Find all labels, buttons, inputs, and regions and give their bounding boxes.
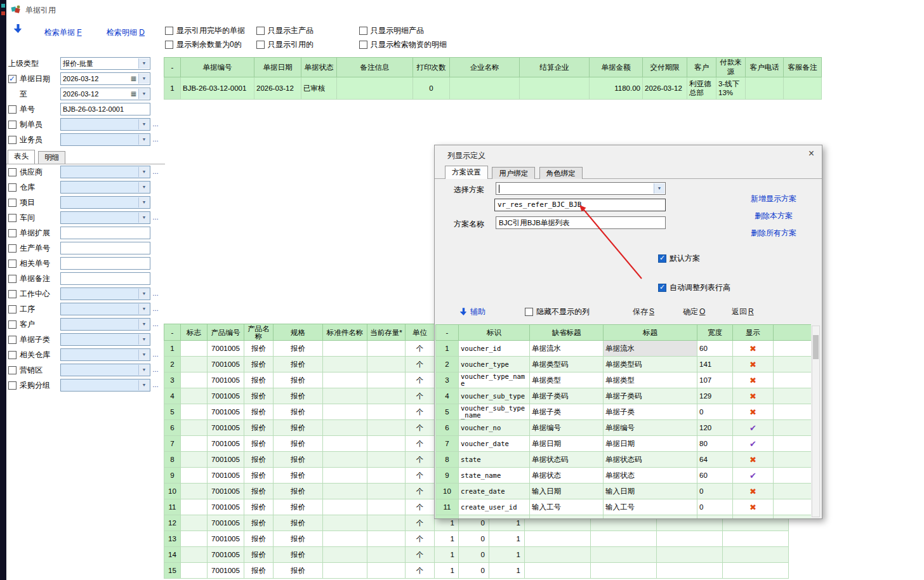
cell-width[interactable] [697, 515, 733, 519]
cell-show-toggle[interactable]: ✖ [733, 388, 774, 404]
save-button[interactable]: 保存S [633, 306, 654, 317]
cell-title[interactable]: 单据流水 [604, 341, 697, 357]
column-header[interactable]: 交付期限 [643, 58, 687, 77]
filter-checkbox[interactable] [8, 168, 16, 176]
checkbox-box[interactable] [256, 41, 265, 49]
chevron-down-icon[interactable]: ▼ [138, 289, 149, 299]
column-header[interactable]: 客服备注 [784, 58, 822, 77]
column-header[interactable]: - [164, 58, 181, 77]
cell-title[interactable]: 单据编号 [604, 420, 697, 436]
checkbox-box[interactable] [658, 254, 666, 263]
chevron-down-icon[interactable]: ▼ [138, 182, 149, 192]
chevron-down-icon[interactable]: ▼ [138, 74, 149, 84]
cell-width[interactable]: 80 [697, 436, 733, 452]
chevron-down-icon[interactable]: ▼ [138, 213, 149, 223]
filter-input[interactable]: ▦ ▼ [60, 287, 150, 300]
lookup-ellipsis-button[interactable]: … [152, 320, 159, 327]
filter-input[interactable]: ▦ ▼ [60, 272, 150, 285]
lookup-ellipsis-button[interactable]: … [152, 381, 159, 388]
column-header[interactable]: 备注信息 [337, 58, 413, 77]
product-row[interactable]: 15 7001005 报价 报价 个 1 0 1 [164, 563, 789, 579]
tab-role-binding[interactable]: 角色绑定 [539, 167, 583, 179]
filter-input[interactable]: ▦ ▼ [60, 257, 150, 270]
filter-input[interactable]: ▦ ▼ [60, 227, 150, 239]
document-row[interactable]: 1 BJB-26-03-12-0001 2026-03-12 已审核 0 118… [164, 77, 822, 100]
checkbox-only-main-products[interactable]: 只显示主产品 [256, 25, 314, 36]
column-config-row[interactable]: 2 voucher_type 单据类型码 单据类型码 141 ✖ [436, 357, 812, 372]
lookup-ellipsis-button[interactable]: … [152, 290, 159, 297]
filter-checkbox[interactable] [8, 381, 16, 390]
column-config-row[interactable]: 8 state 单据状态码 单据状态码 64 ✖ [436, 452, 812, 468]
cell-show-toggle[interactable]: ✖ [733, 452, 774, 468]
lookup-ellipsis-button[interactable]: … [152, 168, 159, 175]
scheme-combo[interactable]: ▼ [496, 182, 666, 195]
checkbox-box[interactable] [256, 27, 265, 35]
cell-title[interactable]: 单据子类码 [604, 388, 697, 404]
column-header[interactable]: 付款来源 [716, 58, 746, 77]
filter-input[interactable]: ▦ ▼ [60, 242, 150, 254]
column-header[interactable]: 单据金额 [590, 58, 643, 77]
column-header[interactable]: 单位 [406, 324, 435, 341]
column-config-row[interactable]: 5 voucher_sub_type_name 单据子类 单据子类 0 ✖ [436, 404, 812, 420]
checkbox-box[interactable] [525, 308, 533, 316]
lookup-ellipsis-button[interactable]: … [152, 351, 159, 358]
delete-all-schemes-link[interactable]: 删除所有方案 [751, 228, 796, 239]
cell-show-toggle[interactable]: ✖ [733, 484, 774, 499]
chevron-down-icon[interactable]: ▼ [138, 135, 149, 145]
filter-input[interactable]: ▦ ▼ [60, 318, 150, 331]
cell-show-toggle[interactable]: ✖ [733, 372, 774, 388]
column-header[interactable]: 客户电话 [746, 58, 784, 77]
cell-width[interactable]: 0 [697, 499, 733, 515]
cell-width[interactable]: 107 [697, 372, 733, 388]
scheme-dropdown-item[interactable]: vr_res_refer_BJC_BJB [498, 201, 581, 209]
product-row[interactable]: 13 7001005 报价 报价 个 1 0 1 [164, 531, 789, 547]
add-scheme-link[interactable]: 新增显示方案 [751, 194, 796, 204]
checkbox-show-fully-referenced[interactable]: 显示引用完毕的单据 [165, 25, 245, 36]
filter-checkbox[interactable] [8, 214, 16, 222]
cell-width[interactable]: 120 [697, 420, 733, 436]
column-header[interactable]: 规格 [274, 324, 323, 341]
column-header[interactable]: 客户 [687, 58, 716, 77]
column-header[interactable]: 标识 [459, 325, 530, 341]
tab-table-header[interactable]: 表头 [8, 150, 35, 164]
cell-title[interactable]: 输入工号 [604, 499, 697, 515]
cell-show-toggle[interactable]: ✖ [733, 341, 774, 357]
cell-show-toggle[interactable]: ✔ [733, 468, 774, 484]
checkbox-only-referenced[interactable]: 只显示引用的 [256, 39, 314, 50]
filter-checkbox[interactable] [8, 121, 16, 129]
chevron-down-icon[interactable]: ▼ [138, 304, 149, 314]
chevron-down-icon[interactable]: ▼ [138, 334, 149, 345]
column-header[interactable]: 显示 [733, 325, 774, 341]
filter-input[interactable]: ▦ ▼ [60, 333, 150, 346]
default-scheme-checkbox[interactable]: 默认方案 [658, 253, 700, 264]
filter-input[interactable]: ▦ ▼ [60, 348, 150, 361]
chevron-down-icon[interactable]: ▼ [138, 89, 149, 99]
column-config-row[interactable]: 12 create_user_name [436, 515, 812, 519]
column-header[interactable]: 单据日期 [254, 58, 301, 77]
column-config-row[interactable]: 7 voucher_date 单据日期 单据日期 80 ✔ [436, 436, 812, 452]
chevron-down-icon[interactable]: ▼ [138, 167, 149, 177]
column-config-row[interactable]: 4 voucher_sub_type 单据子类码 单据子类码 129 ✖ [436, 388, 812, 404]
filter-input[interactable]: ▦ ▼ [60, 379, 150, 392]
filter-input[interactable]: ▦ ▼ [60, 364, 150, 376]
column-header[interactable]: 产品编号 [208, 324, 244, 341]
chevron-down-icon[interactable]: ▼ [138, 319, 149, 329]
auto-row-height-checkbox[interactable]: 自动调整列表行高 [658, 282, 730, 293]
column-config-row[interactable]: 11 create_user_id 输入工号 输入工号 0 ✖ [436, 499, 812, 515]
tab-table-detail[interactable]: 明细 [38, 151, 65, 164]
column-header[interactable]: 结算企业 [520, 58, 590, 77]
cell-title[interactable]: 单据子类 [604, 404, 697, 420]
cell-width[interactable]: 129 [697, 388, 733, 404]
back-button[interactable]: 返回R [732, 306, 754, 317]
checkbox-box[interactable] [165, 41, 173, 49]
lookup-ellipsis-button[interactable]: … [152, 305, 159, 312]
filter-checkbox[interactable] [8, 351, 16, 359]
scrollbar-thumb[interactable] [813, 335, 819, 359]
column-header[interactable]: - [164, 324, 181, 341]
filter-checkbox[interactable] [8, 75, 16, 83]
chevron-down-icon[interactable]: ▼ [138, 58, 149, 69]
filter-input[interactable]: ▦ ▼ [60, 181, 150, 194]
filter-input[interactable]: ▦ ▼ [60, 166, 150, 178]
filter-checkbox[interactable] [8, 199, 16, 207]
column-config-row[interactable]: 6 voucher_no 单据编号 单据编号 120 ✔ [436, 420, 812, 436]
